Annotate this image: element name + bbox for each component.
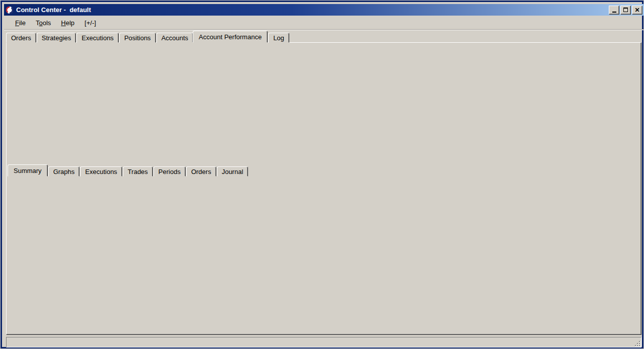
tab-executions[interactable]: Executions: [76, 33, 119, 43]
title-bar[interactable]: Control Center - default ✕: [4, 4, 644, 16]
report-tab-summary[interactable]: Summary: [8, 164, 48, 177]
minimize-icon: [612, 12, 616, 13]
menu-item-tools[interactable]: Tools: [31, 18, 56, 28]
report-tab-graphs[interactable]: Graphs: [48, 166, 80, 177]
report-tab-periods[interactable]: Periods: [153, 166, 186, 177]
account-performance-page: [6, 42, 641, 335]
report-tab-executions[interactable]: Executions: [80, 166, 122, 177]
tab-positions[interactable]: Positions: [119, 33, 156, 43]
minimize-button[interactable]: [609, 6, 619, 15]
tab-accounts[interactable]: Accounts: [156, 33, 193, 43]
control-center-window: Control Center - default ✕ FileToolsHelp…: [0, 0, 644, 349]
menu-item-file[interactable]: File: [10, 18, 31, 28]
report-tab-journal[interactable]: Journal: [217, 166, 249, 177]
tab-account-performance[interactable]: Account Performance: [193, 31, 268, 43]
status-bar: [6, 337, 641, 347]
maximize-icon: [623, 8, 628, 12]
menu-item-help[interactable]: Help: [56, 18, 79, 28]
maximize-button[interactable]: [620, 6, 631, 15]
resize-grip-icon[interactable]: [634, 340, 640, 346]
tab-log[interactable]: Log: [268, 33, 289, 43]
tab-orders[interactable]: Orders: [6, 33, 36, 43]
ninjatrader-logo-icon: [6, 6, 14, 14]
menu-bar: FileToolsHelp[+/-]: [4, 16, 644, 30]
tab-strategies[interactable]: Strategies: [37, 33, 76, 43]
close-button[interactable]: ✕: [632, 6, 642, 15]
close-icon: ✕: [634, 7, 639, 13]
main-tab-strip: OrdersStrategiesExecutionsPositionsAccou…: [6, 31, 290, 43]
window-title: Control Center - default: [16, 6, 91, 14]
window-client-area: Control Center - default ✕ FileToolsHelp…: [2, 2, 642, 347]
report-tab-orders[interactable]: Orders: [186, 166, 216, 177]
report-tab-trades[interactable]: Trades: [123, 166, 153, 177]
menu-item-blank[interactable]: [+/-]: [79, 18, 101, 28]
report-tab-strip: SummaryGraphsExecutionsTradesPeriodsOrde…: [9, 164, 249, 177]
